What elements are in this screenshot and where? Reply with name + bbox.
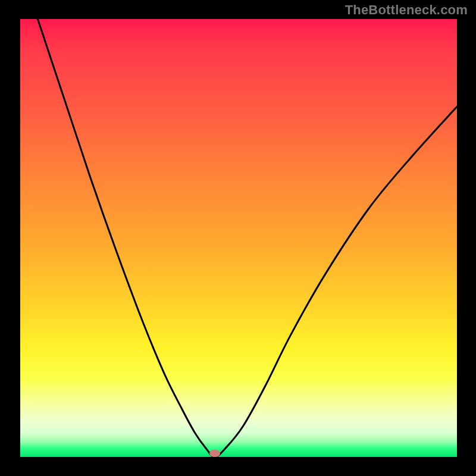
chart-frame: TheBottleneck.com xyxy=(0,0,476,476)
minimum-marker xyxy=(209,450,220,457)
watermark-label: TheBottleneck.com xyxy=(345,2,468,18)
plot-area xyxy=(20,19,457,457)
bottleneck-curve xyxy=(20,19,457,457)
curve-path xyxy=(37,19,457,457)
